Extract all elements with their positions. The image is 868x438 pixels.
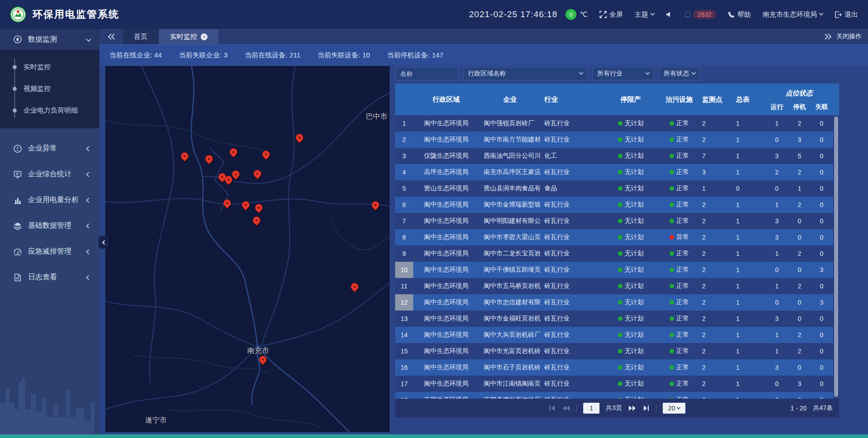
sidebar-item-power-load-detail[interactable]: 企业电力负荷明细: [0, 99, 99, 121]
cell-treatment-status: 正常: [660, 245, 698, 262]
sidebar-item-realtime-monitor[interactable]: 实时监控: [0, 56, 99, 78]
org-dropdown[interactable]: 南充市生态环境局: [763, 10, 823, 19]
page-size-select[interactable]: 20: [663, 403, 685, 414]
cell-limit-status: 无计划: [601, 359, 660, 376]
status-dot-icon: [618, 219, 623, 223]
notifications-button[interactable]: 2632: [684, 10, 716, 19]
table-row[interactable]: 8阆中生态环境局阆中市枣碧大梁山页岩砖瓦行业无计划异常21300: [395, 229, 833, 245]
table-row[interactable]: 6阆中生态环境局阆中市金博瑞新型墙材砖瓦行业无计划正常21120: [395, 197, 833, 213]
first-page-button[interactable]: [549, 405, 556, 411]
cell-monitor-points: 2: [698, 343, 732, 359]
col-region: 行政区域: [413, 84, 479, 115]
table-row[interactable]: 11阆中生态环境局阆中市五马桥页岩机砖砖瓦行业无计划正常21120: [395, 278, 833, 294]
close-operations-dropdown[interactable]: 关闭操作: [825, 29, 862, 44]
table-row[interactable]: 9阆中生态环境局阆中市二龙长宝页岩砖砖瓦行业无计划正常21120: [395, 245, 833, 262]
table-row[interactable]: 1阆中生态环境局阆中强锐页岩砖厂砖瓦行业无计划正常21120: [395, 115, 833, 132]
cell-limit-status: 无计划: [601, 148, 660, 164]
cell-total-meters: 1: [732, 327, 765, 343]
sidebar-item-power-analysis[interactable]: 企业用电量分析: [0, 187, 99, 213]
cell-row-index: 11: [395, 278, 413, 294]
sidebar-item-company-abnormal[interactable]: 企业异常: [0, 136, 99, 161]
sidebar-item-emergency-reduction[interactable]: 应急减排管理: [0, 239, 99, 264]
cell-running: 0: [765, 180, 789, 197]
table-row[interactable]: 12阆中生态环境局阆中市忠信建材有限公砖瓦行业无计划正常21003: [395, 294, 833, 311]
map[interactable]: 巴中市南充市遂宁市: [105, 66, 390, 432]
sidebar-item-log-view[interactable]: 日志查看: [0, 264, 99, 290]
fullscreen-button[interactable]: 全屏: [599, 10, 623, 19]
table-row[interactable]: 14阆中生态环境局阆中大兴页岩机砖厂砖瓦行业无计划正常21120: [395, 327, 833, 343]
sidebar-item-label: 应急减排管理: [28, 247, 71, 256]
theme-dropdown[interactable]: 主题: [635, 10, 654, 19]
last-page-button[interactable]: [643, 405, 650, 411]
cell-limit-status: 无计划: [601, 164, 660, 180]
cell-disconnected: 0: [810, 245, 833, 262]
table-row[interactable]: 3仪陇生态环境局西南油气田分公司川中化工无计划正常71350: [395, 148, 833, 164]
mute-button[interactable]: [666, 11, 673, 18]
cell-industry: 化工: [541, 148, 601, 164]
cell-monitor-points: 2: [698, 376, 732, 392]
tabs-scroll-left-button[interactable]: [99, 29, 123, 44]
stat-online-companies: 当前在线企业:44: [109, 51, 162, 60]
page-number-input[interactable]: [583, 403, 599, 414]
sidebar-item-video-monitor[interactable]: 视频监控: [0, 78, 99, 99]
cell-row-index: 12: [395, 294, 413, 311]
table-row[interactable]: 4高坪生态环境局南充市高坪区王家店建砖瓦行业无计划正常31220: [395, 164, 833, 180]
status-select[interactable]: 所有状态: [659, 67, 700, 80]
notification-count-badge: 2632: [693, 10, 716, 19]
cell-row-index: 5: [395, 180, 413, 197]
cell-region: 阆中生态环境局: [413, 343, 479, 359]
cell-monitor-points: 2: [698, 229, 732, 245]
cell-running: 1: [765, 278, 789, 294]
table-row[interactable]: 16阆中生态环境局阆中市石子页岩机砖厂砖瓦行业无计划正常21300: [395, 359, 833, 376]
help-button[interactable]: 帮助: [728, 10, 751, 19]
tab-realtime-monitor[interactable]: 实时监控 ×: [159, 29, 218, 44]
sidebar-item-data-monitor[interactable]: 数据监测: [0, 29, 99, 50]
sidebar-item-company-statistics[interactable]: 企业综合统计: [0, 161, 99, 187]
sidebar-collapse-handle[interactable]: [99, 236, 108, 249]
region-select[interactable]: 行政区域名称: [463, 67, 588, 80]
cell-company: 阆中市江南镇阆南页岩: [479, 376, 541, 392]
tab-home[interactable]: 首页: [123, 29, 158, 44]
phone-icon: [728, 11, 735, 18]
cell-total-meters: 1: [732, 245, 765, 262]
prev-page-icon: [562, 405, 570, 411]
sidebar-item-base-data[interactable]: 基础数据管理: [0, 213, 99, 239]
industry-select-value: 所有行业: [597, 70, 623, 78]
submenu-label: 实时监控: [24, 63, 51, 71]
table-row[interactable]: 10阆中生态环境局阆中千佛镇五郎垭页岩砖瓦行业无计划正常21003: [395, 262, 833, 278]
close-icon[interactable]: ×: [201, 33, 208, 40]
cell-stopped: 2: [789, 245, 810, 262]
table-row[interactable]: 2阆中生态环境局阆中市南方节能建材有砖瓦行业无计划正常21030: [395, 132, 833, 148]
industry-select[interactable]: 所有行业: [592, 67, 654, 80]
cell-limit-status: 无计划: [601, 294, 660, 311]
app-title: 环保用电监管系统: [33, 8, 119, 21]
status-dot-icon: [670, 154, 674, 158]
cell-treatment-status: 异常: [660, 229, 698, 245]
logout-button[interactable]: 退出: [835, 10, 858, 19]
cell-stopped: 2: [789, 278, 810, 294]
cell-limit-status: 无计划: [601, 180, 660, 197]
cell-region: 仪陇生态环境局: [413, 148, 479, 164]
cell-disconnected: 0: [810, 278, 833, 294]
prev-page-button[interactable]: [562, 405, 570, 411]
table-row[interactable]: 18南部生态环境局南部县建兴页岩砖厂有砖瓦行业无计划正常21000: [395, 392, 833, 399]
table-header: 行政区域 企业 行业 停限产 治污设施 监测点 总表 运行 停机 失联 点位状态: [395, 84, 839, 115]
table-row[interactable]: 17阆中生态环境局阆中市江南镇阆南页岩砖瓦行业无计划正常21030: [395, 376, 833, 392]
cell-limit-status: 无计划: [601, 197, 660, 213]
table-row[interactable]: 13阆中生态环境局阆中市金福旺页岩机砖砖瓦行业无计划正常21300: [395, 311, 833, 327]
table-row[interactable]: 5营山生态环境局营山县润丰肉食品有限食品无计划正常10010: [395, 180, 833, 197]
status-dot-icon: [618, 316, 623, 321]
cell-region: 阆中生态环境局: [413, 229, 479, 245]
table-scrollbar[interactable]: [834, 117, 838, 397]
close-operations-label: 关闭操作: [836, 33, 862, 41]
table-row[interactable]: 7阆中生态环境局阆中明阳建材有限公司砖瓦行业无计划正常21300: [395, 213, 833, 229]
cell-disconnected: 0: [810, 197, 833, 213]
chevron-down-icon: [579, 70, 584, 75]
region-select-value: 行政区域名称: [468, 70, 506, 78]
next-page-button[interactable]: [628, 405, 637, 411]
alert-icon: [13, 144, 23, 154]
cell-total-meters: 0: [732, 180, 765, 197]
table-row[interactable]: 15阆中生态环境局阆中市光富页岩机砖厂砖瓦行业无计划正常21120: [395, 343, 833, 359]
cell-total-meters: 1: [732, 148, 765, 164]
name-search-input[interactable]: [395, 67, 458, 80]
